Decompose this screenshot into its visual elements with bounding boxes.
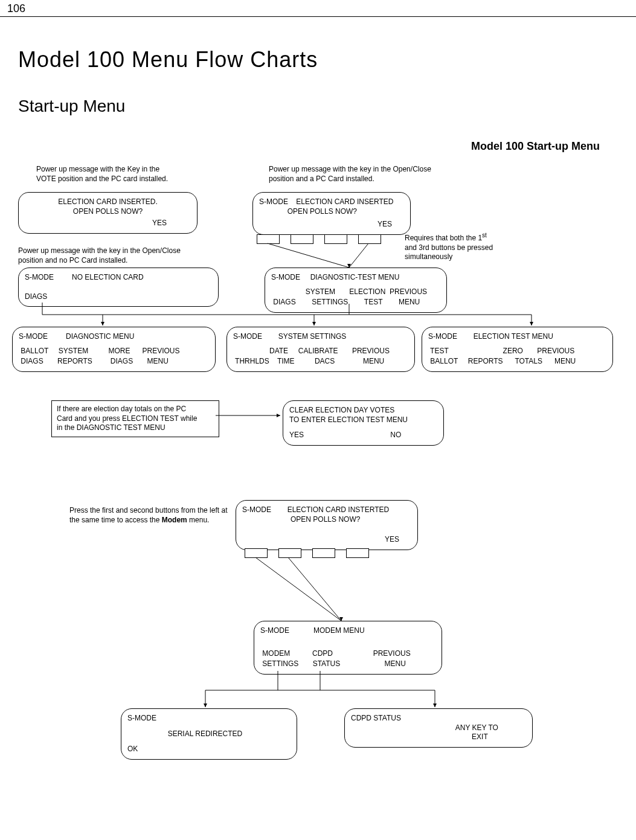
screen-serial-redirected: S-MODE SERIAL REDIRECTED OK [121, 708, 297, 760]
line: MODEM CDPD PREVIOUS [260, 649, 435, 659]
caption-both-buttons: Requires that both the 1st and 3rd butto… [405, 231, 525, 262]
screen-diagnostic-test-menu: S-MODE DIAGNOSTIC-TEST MENU SYSTEM ELECT… [265, 268, 447, 313]
option-yes: YES [242, 535, 411, 545]
line: DIAGS REPORTS DIAGS MENU [19, 357, 209, 367]
hw-button [278, 548, 301, 558]
line: S-MODE DIAGNOSTIC-TEST MENU [271, 273, 440, 283]
svg-line-1 [349, 243, 368, 268]
note-election-day-totals: If there are election day totals on the … [51, 400, 219, 437]
line: SYSTEM ELECTION PREVIOUS [271, 287, 440, 297]
line: YES NO [289, 431, 437, 440]
line: OPEN POLLS NOW? [25, 207, 191, 217]
option-yes: YES [259, 220, 404, 229]
svg-line-10 [255, 557, 341, 621]
line: BALLOT REPORTS TOTALS MENU [428, 357, 606, 367]
line: S-MODE ELECTION CARD INSERTED [259, 197, 404, 207]
line: S-MODE DIAGNOSTIC MENU [19, 332, 209, 342]
line: SERIAL REDIRECTED [127, 729, 291, 739]
option-ok: OK [127, 745, 291, 754]
hw-button [291, 234, 313, 244]
screen-diagnostic-menu: S-MODE DIAGNOSTIC MENU BALLOT SYSTEM MOR… [12, 327, 216, 372]
line: SETTINGS STATUS MENU [260, 659, 435, 669]
svg-line-0 [268, 243, 349, 268]
line: CLEAR ELECTION DAY VOTES [289, 406, 437, 415]
line: S-MODE [127, 714, 291, 723]
line: DIAGS SETTINGS TEST MENU [271, 298, 440, 307]
line: S-MODE NO ELECTION CARD [25, 273, 212, 283]
screen-no-election-card: S-MODE NO ELECTION CARD DIAGS [18, 268, 219, 307]
line: Card and you press ELECTION TEST while [57, 414, 214, 424]
diagram-heading: Model 100 Start-up Menu [18, 140, 600, 153]
line: in the DIAGNOSTIC TEST MENU [57, 423, 214, 433]
line: OPEN POLLS NOW? [259, 207, 404, 217]
line: TEST ZERO PREVIOUS [428, 347, 606, 356]
line: CDPD STATUS [351, 714, 526, 723]
caption-openclose-pccard: Power up message with the key in the Ope… [269, 165, 450, 184]
line: OPEN POLLS NOW? [242, 515, 411, 525]
hw-button [324, 234, 347, 244]
caption-openclose-nocard: Power up message with the key in the Ope… [18, 246, 199, 265]
svg-line-11 [288, 557, 341, 621]
page-number: 106 [0, 0, 636, 17]
line: THRHLDS TIME DACS MENU [233, 357, 408, 367]
line: S-MODE ELECTION TEST MENU [428, 332, 606, 342]
line: S-MODE ELECTION CARD INSTERTED [242, 505, 411, 515]
hw-button [358, 234, 381, 244]
screen-modem-entry: S-MODE ELECTION CARD INSTERTED OPEN POLL… [236, 500, 418, 550]
screen-system-settings: S-MODE SYSTEM SETTINGS DATE CALIBRATE PR… [226, 327, 415, 372]
screen-clear-election-votes: CLEAR ELECTION DAY VOTES TO ENTER ELECTI… [283, 400, 444, 446]
line: S-MODE SYSTEM SETTINGS [233, 332, 408, 342]
caption-modem-access: Press the first and second buttons from … [69, 506, 245, 525]
line: EXIT [351, 733, 526, 742]
hw-button [312, 548, 335, 558]
hw-button [245, 548, 268, 558]
screen-election-test-menu: S-MODE ELECTION TEST MENU TEST ZERO PREV… [422, 327, 613, 372]
line: BALLOT SYSTEM MORE PREVIOUS [19, 347, 209, 356]
screen-cdpd-status: CDPD STATUS ANY KEY TO EXIT [344, 708, 533, 748]
line: S-MODE MODEM MENU [260, 626, 435, 636]
line: DATE CALIBRATE PREVIOUS [233, 347, 408, 356]
line: ELECTION CARD INSERTED. [25, 197, 191, 207]
flowchart-canvas: Power up message with the Key in the VOT… [18, 165, 616, 840]
button-row-1 [257, 234, 381, 244]
caption-vote-powerup: Power up message with the Key in the VOT… [36, 165, 193, 184]
line: If there are election day totals on the … [57, 405, 214, 414]
button-row-2 [245, 548, 369, 558]
line: TO ENTER ELECTION TEST MENU [289, 415, 437, 425]
screen-vote-election-card: ELECTION CARD INSERTED. OPEN POLLS NOW? … [18, 192, 198, 234]
option-yes: YES [25, 219, 191, 228]
screen-oc-election-card: S-MODE ELECTION CARD INSERTED OPEN POLLS… [252, 192, 411, 235]
hw-button [257, 234, 280, 244]
page-content: Model 100 Menu Flow Charts Start-up Menu… [0, 17, 636, 840]
hw-button [346, 548, 369, 558]
screen-modem-menu: S-MODE MODEM MENU MODEM CDPD PREVIOUS SE… [254, 621, 442, 675]
main-title: Model 100 Menu Flow Charts [18, 47, 618, 72]
subtitle: Start-up Menu [18, 97, 618, 116]
line: ANY KEY TO [351, 723, 526, 733]
option-diags: DIAGS [25, 292, 212, 302]
